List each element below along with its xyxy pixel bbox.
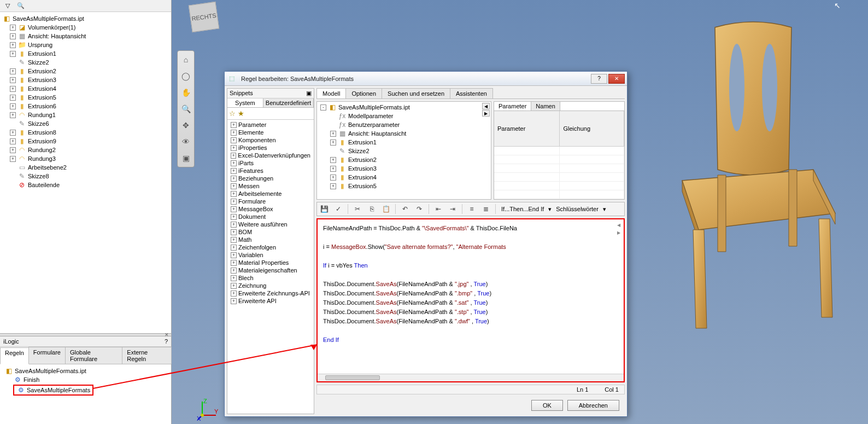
tree-node[interactable]: +◠Rundung2: [0, 146, 171, 154]
table-row[interactable]: [494, 164, 624, 173]
indent-icon[interactable]: ⇥: [447, 204, 459, 214]
tree-node[interactable]: +▦Ansicht: Hauptansicht: [318, 129, 490, 138]
snippet-item[interactable]: +Zeichnung: [228, 282, 313, 289]
view-cube[interactable]: RECHTS: [189, 2, 219, 32]
code-editor[interactable]: ◀ ▶ FileNameAndPath = ThisDoc.Path & "\S…: [316, 218, 625, 382]
nav-right-icon[interactable]: ▶: [482, 110, 490, 117]
expander-icon[interactable]: +: [231, 229, 237, 235]
comment-icon[interactable]: ≡: [466, 204, 478, 214]
horizontal-scrollbar[interactable]: [318, 374, 624, 381]
tree-node[interactable]: +▮Extrusion3: [318, 164, 490, 173]
tree-node[interactable]: +▮Extrusion4: [0, 84, 171, 93]
expander-icon[interactable]: +: [10, 33, 16, 39]
binoculars-icon[interactable]: 🔍: [16, 2, 25, 10]
expander-icon[interactable]: +: [10, 147, 16, 153]
tree-node[interactable]: +▮Extrusion5: [0, 93, 171, 102]
uncomment-icon[interactable]: ≣: [480, 204, 492, 214]
expander-icon[interactable]: +: [10, 77, 16, 83]
snippet-item[interactable]: +iFeatures: [228, 167, 313, 175]
expander-icon[interactable]: +: [10, 95, 16, 101]
table-row[interactable]: [494, 190, 624, 199]
home-icon[interactable]: ⌂: [180, 54, 191, 65]
param-tab[interactable]: Parameter: [494, 102, 531, 111]
editor-tab[interactable]: Assistenten: [450, 88, 493, 98]
col-equation[interactable]: Gleichung: [560, 111, 624, 147]
expander-icon[interactable]: +: [10, 86, 16, 92]
star-icon[interactable]: ☆: [229, 109, 236, 118]
nav-left-icon[interactable]: ◀: [482, 103, 490, 109]
table-row[interactable]: [494, 173, 624, 182]
expander-icon[interactable]: +: [10, 42, 16, 48]
editor-tab[interactable]: Suchen und ersetzen: [382, 88, 450, 98]
ok-button[interactable]: OK: [531, 400, 563, 411]
snippet-item[interactable]: +Erweiterte API: [228, 297, 313, 305]
snippet-item[interactable]: +BOM: [228, 228, 313, 236]
rule-item[interactable]: ⚙ Finish: [2, 375, 169, 384]
tree-node[interactable]: +▮Extrusion1: [0, 49, 171, 58]
expander-icon[interactable]: +: [10, 68, 16, 74]
expander-icon[interactable]: +: [231, 291, 237, 297]
close-button[interactable]: ✕: [608, 74, 625, 84]
tree-node[interactable]: +▮Extrusion2: [318, 155, 490, 164]
cancel-button[interactable]: Abbrechen: [567, 400, 619, 411]
chevron-down-icon[interactable]: ▾: [548, 206, 552, 213]
ilogic-root[interactable]: ◧ SaveAsMultipleFormats.ipt: [2, 367, 169, 375]
col-parameter[interactable]: Parameter: [494, 111, 560, 147]
expander-icon[interactable]: +: [231, 137, 237, 143]
check-icon[interactable]: ✓: [332, 204, 344, 214]
snippet-item[interactable]: +Material Properties: [228, 259, 313, 266]
snippet-item[interactable]: +Komponenten: [228, 136, 313, 144]
snippet-item[interactable]: +Elemente: [228, 129, 313, 136]
snippet-item[interactable]: +iParts: [228, 159, 313, 167]
pin-icon[interactable]: ▣: [306, 90, 312, 97]
tree-node[interactable]: +◠Rundung1: [0, 111, 171, 119]
editor-tab[interactable]: Modell: [316, 88, 346, 98]
snippet-item[interactable]: +Weitere ausführen: [228, 220, 313, 228]
expander-icon[interactable]: +: [231, 160, 237, 166]
ifthen-dropdown[interactable]: If...Then...End If: [499, 206, 546, 212]
expander-icon[interactable]: +: [231, 268, 237, 274]
snippet-item[interactable]: +Dokument: [228, 213, 313, 220]
expander-icon[interactable]: +: [330, 131, 336, 137]
look-icon[interactable]: 👁: [180, 136, 191, 147]
snippet-tab[interactable]: System: [227, 98, 263, 107]
code-text[interactable]: FileNameAndPath = ThisDoc.Path & "\Saved…: [318, 219, 624, 374]
tree-node[interactable]: ✎Skizze2: [0, 58, 171, 67]
expander-icon[interactable]: +: [330, 166, 336, 172]
chevron-down-icon[interactable]: ▾: [603, 206, 606, 213]
expander-icon[interactable]: +: [231, 283, 237, 289]
tree-node[interactable]: +▮Extrusion1: [318, 138, 490, 147]
snippet-item[interactable]: +Beziehungen: [228, 175, 313, 182]
rule-item-selected[interactable]: ⚙ SaveAsMultipleFormats: [2, 384, 169, 396]
expander-icon[interactable]: +: [231, 122, 237, 128]
outdent-icon[interactable]: ⇤: [432, 204, 444, 214]
expander-icon[interactable]: +: [231, 214, 237, 220]
tree-node[interactable]: +◪Volumenkörper(1): [0, 23, 171, 32]
expander-icon[interactable]: +: [231, 130, 237, 136]
expander-icon[interactable]: +: [10, 25, 16, 31]
keywords-dropdown[interactable]: Schlüsselwörter: [554, 206, 601, 212]
tree-node[interactable]: +▮Extrusion5: [318, 182, 490, 190]
ilogic-rules-tree[interactable]: ◧ SaveAsMultipleFormats.ipt ⚙ Finish ⚙ S…: [0, 364, 171, 424]
snippet-tab[interactable]: Benutzerdefiniert: [263, 98, 314, 107]
help-button[interactable]: ?: [591, 74, 607, 84]
expander-icon[interactable]: +: [231, 145, 237, 151]
expander-icon[interactable]: +: [231, 168, 237, 174]
paste-icon[interactable]: 📋: [380, 204, 392, 214]
expander-icon[interactable]: +: [231, 298, 237, 304]
tree-node[interactable]: +▮Extrusion4: [318, 173, 490, 182]
redo-icon[interactable]: ↷: [413, 204, 425, 214]
table-row[interactable]: [494, 182, 624, 190]
table-row[interactable]: [494, 147, 624, 155]
record-icon[interactable]: ▣: [180, 153, 191, 164]
tree-node[interactable]: ⊘Bauteilende: [0, 181, 171, 189]
expander-icon[interactable]: +: [231, 275, 237, 281]
nav-left-icon[interactable]: ◀: [615, 222, 623, 228]
tree-node[interactable]: +▮Extrusion3: [0, 75, 171, 84]
tree-node[interactable]: +◠Rundung3: [0, 154, 171, 163]
tree-node[interactable]: +▮Extrusion6: [0, 102, 171, 111]
panel-splitter[interactable]: [0, 333, 171, 336]
help-icon[interactable]: ?: [165, 338, 168, 345]
expander-icon[interactable]: +: [231, 245, 237, 251]
copy-icon[interactable]: ⎘: [366, 204, 378, 214]
